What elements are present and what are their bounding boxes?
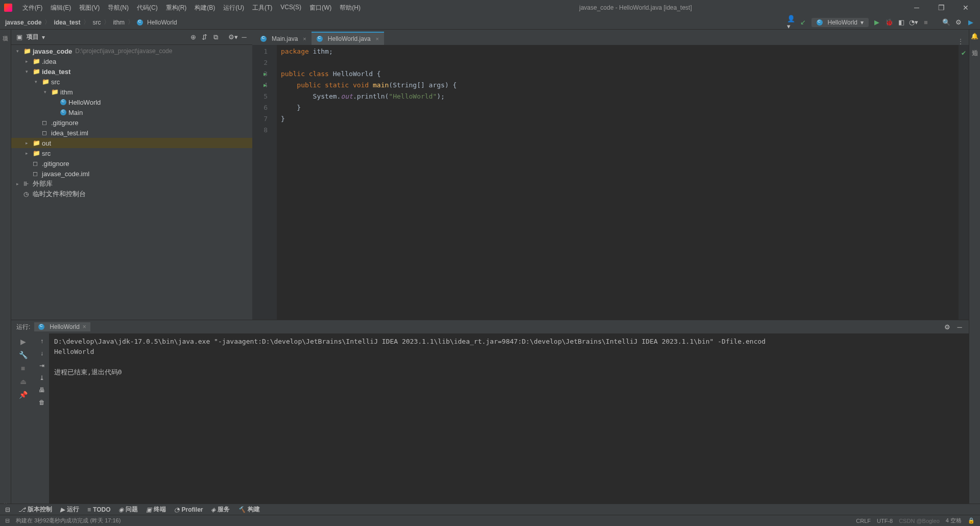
tree-arrow-icon[interactable]: ▸	[26, 151, 33, 156]
run-tab[interactable]: HelloWorld ×	[34, 322, 90, 331]
run-button[interactable]: ▶	[873, 18, 881, 27]
tree-row[interactable]: ◻.gitignore	[11, 158, 252, 169]
crumb[interactable]: javase_code	[5, 19, 41, 26]
stop-button[interactable]: ■	[922, 18, 930, 27]
menu-run[interactable]: 运行(U)	[219, 2, 248, 14]
tree-arrow-icon[interactable]: ▾	[16, 49, 23, 54]
inspection-ok-icon[interactable]: ✔	[960, 46, 968, 59]
print-icon[interactable]: 🖶	[39, 387, 45, 394]
trash-icon[interactable]: 🗑	[39, 399, 45, 406]
hide-tool-icon[interactable]: ⊟	[5, 506, 10, 513]
expand-icon[interactable]: ⇵	[200, 33, 208, 41]
terminal-tab[interactable]: ▣终端	[146, 505, 166, 514]
notifications-icon[interactable]: 🔔	[971, 33, 978, 40]
settings-icon[interactable]: ⚙	[954, 18, 963, 27]
tab-helloworld[interactable]: HelloWorld.java×	[312, 32, 384, 45]
crumb[interactable]: ithm	[113, 19, 125, 26]
maximize-button[interactable]: ❐	[931, 4, 951, 12]
rerun-icon[interactable]: ▶	[20, 338, 26, 346]
tree-row[interactable]: HelloWorld	[11, 97, 252, 107]
tree-arrow-icon[interactable]: ▾	[35, 79, 42, 84]
run-output[interactable]: D:\develop\Java\jdk-17.0.5\bin\java.exe …	[49, 333, 969, 504]
close-button[interactable]: ✕	[955, 4, 976, 12]
menu-file[interactable]: 文件(F)	[18, 2, 46, 14]
tree-row[interactable]: ◻javase_code.iml	[11, 169, 252, 179]
tree-row[interactable]: ▸⊪外部库	[11, 179, 252, 189]
crumb[interactable]: idea_test	[54, 19, 80, 26]
tree-row[interactable]: ◻.gitignore	[11, 117, 252, 128]
menu-refactor[interactable]: 重构(R)	[162, 2, 191, 14]
crumb[interactable]: src	[92, 19, 101, 26]
status-icon[interactable]: ⊟	[5, 517, 10, 524]
menu-window[interactable]: 窗口(W)	[305, 2, 336, 14]
wrap-icon[interactable]: ⇥	[39, 362, 44, 369]
user-icon[interactable]: 👤▾	[787, 18, 795, 27]
tree-row[interactable]: ▸📁src	[11, 148, 252, 158]
tree-row[interactable]: ▾📁javase_codeD:\project\java_project\jav…	[11, 46, 252, 56]
pin-icon[interactable]: 📌	[19, 391, 28, 399]
stop-icon[interactable]: ■	[21, 364, 25, 372]
menu-vcs[interactable]: VCS(S)	[276, 2, 305, 14]
coverage-button[interactable]: ◧	[897, 18, 905, 27]
hide-icon[interactable]: ─	[955, 323, 964, 331]
minimize-button[interactable]: ─	[906, 4, 927, 12]
menu-build[interactable]: 构建(B)	[190, 2, 219, 14]
tab-main[interactable]: Main.java×	[255, 32, 312, 45]
gear-icon[interactable]: ⚙	[943, 323, 951, 331]
menu-view[interactable]: 视图(V)	[75, 2, 104, 14]
close-icon[interactable]: ×	[303, 36, 306, 42]
menu-edit[interactable]: 编辑(E)	[46, 2, 75, 14]
tree-row[interactable]: ▸📁out	[11, 138, 252, 148]
problems-tab[interactable]: ◉问题	[118, 505, 138, 514]
tree-row[interactable]: ▾📁idea_test	[11, 66, 252, 77]
down-icon[interactable]: ↓	[40, 350, 43, 357]
locate-icon[interactable]: ⊕	[189, 33, 197, 41]
exit-icon[interactable]: ⏏	[20, 377, 27, 386]
vcs-update-icon[interactable]: ↙	[799, 18, 807, 27]
collapse-icon[interactable]: ⧉	[211, 33, 220, 41]
profile-button[interactable]: ◔▾	[910, 18, 918, 27]
tree-row[interactable]: ▸📁.idea	[11, 56, 252, 66]
close-icon[interactable]: ×	[376, 36, 379, 42]
run-config-selector[interactable]: HelloWorld ▾	[811, 18, 869, 27]
search-icon[interactable]: 🔍	[942, 18, 950, 27]
scroll-icon[interactable]: ⤓	[39, 374, 44, 381]
wrench-icon[interactable]: 🔧	[19, 351, 28, 359]
up-icon[interactable]: ↑	[40, 338, 43, 345]
tree-arrow-icon[interactable]: ▸	[16, 181, 23, 186]
debug-button[interactable]: 🐞	[885, 18, 893, 27]
run-tab[interactable]: ▶运行	[60, 505, 79, 514]
tabs-more-icon[interactable]: ⋮	[952, 38, 969, 45]
build-tab[interactable]: 🔨构建	[238, 505, 260, 514]
run-gutter-icon[interactable]: ▶	[264, 68, 267, 80]
tree-row[interactable]: Main	[11, 107, 252, 117]
tree-row[interactable]: ◷临时文件和控制台	[11, 189, 252, 199]
crumb[interactable]: HelloWorld	[147, 19, 177, 26]
tree-row[interactable]: ▾📁ithm	[11, 87, 252, 97]
hide-icon[interactable]: ─	[240, 33, 248, 41]
todo-tab[interactable]: ≡TODO	[87, 506, 110, 513]
encoding[interactable]: UTF-8	[877, 518, 893, 524]
gear-icon[interactable]: ⚙▾	[229, 33, 237, 41]
tree-row[interactable]: ◻idea_test.iml	[11, 128, 252, 138]
services-tab[interactable]: ◈服务	[211, 505, 230, 514]
close-icon[interactable]: ×	[83, 323, 86, 330]
chevron-down-icon[interactable]: ▾	[42, 34, 45, 41]
tree-arrow-icon[interactable]: ▸	[26, 59, 33, 64]
tree-arrow-icon[interactable]: ▾	[26, 69, 33, 74]
indent[interactable]: 4 空格	[946, 517, 962, 524]
line-ending[interactable]: CRLF	[856, 518, 871, 524]
lock-icon[interactable]: 🔒	[968, 517, 975, 524]
profiler-tab[interactable]: ◔Profiler	[174, 506, 203, 513]
run-gutter-icon[interactable]: ▶	[264, 80, 267, 91]
ai-icon[interactable]: ▶	[967, 18, 975, 27]
tree-label: .gitignore	[42, 160, 69, 168]
tree-arrow-icon[interactable]: ▾	[44, 89, 51, 94]
tree-arrow-icon[interactable]: ▸	[26, 140, 33, 146]
menu-help[interactable]: 帮助(H)	[336, 2, 365, 14]
tree-row[interactable]: ▾📁src	[11, 77, 252, 87]
menu-code[interactable]: 代码(C)	[133, 2, 162, 14]
vcs-tab[interactable]: ⎇版本控制	[18, 505, 52, 514]
menu-navigate[interactable]: 导航(N)	[104, 2, 133, 14]
menu-tools[interactable]: 工具(T)	[248, 2, 276, 14]
